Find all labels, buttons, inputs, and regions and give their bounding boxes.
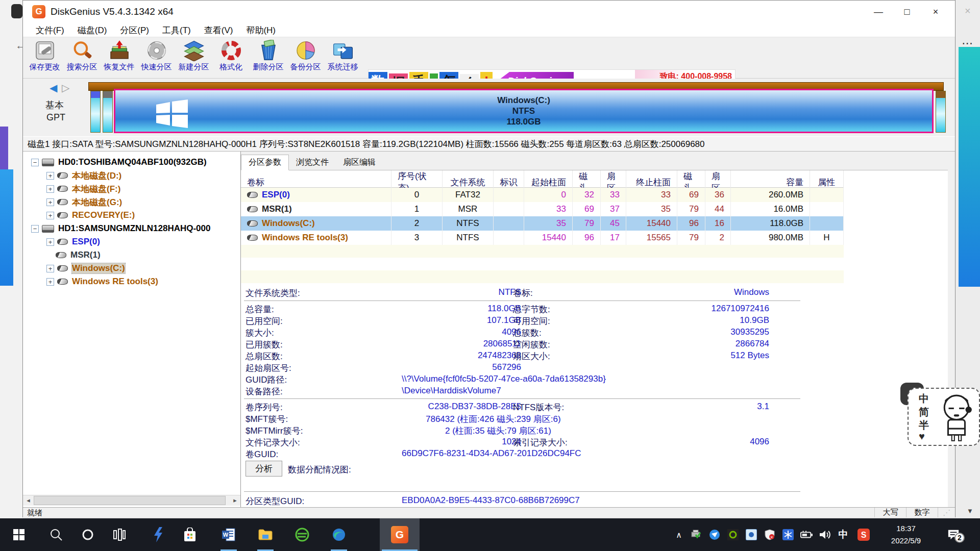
expand-icon[interactable]: + [46, 212, 54, 219]
tree-item-recovery-e[interactable]: + RECOVERY(E:) [46, 209, 135, 222]
taskbar-search-button[interactable] [46, 524, 66, 545]
start-button[interactable] [9, 524, 29, 545]
tree-item-local-f[interactable]: + 本地磁盘(F:) [46, 182, 120, 195]
expand-icon[interactable]: + [46, 172, 54, 180]
ime-mode-cn[interactable]: 中 [919, 392, 929, 406]
expand-icon[interactable]: + [46, 265, 54, 272]
menu-disk[interactable]: 磁盘(D) [71, 23, 114, 37]
delete-partition-button[interactable]: 删除分区 [250, 38, 287, 77]
tree-item-local-d[interactable]: + 本地磁盘(D:) [46, 169, 121, 182]
backup-partition-button[interactable]: 备份分区 [287, 38, 324, 77]
menu-partition[interactable]: 分区(P) [113, 23, 156, 37]
recover-files-icon [109, 40, 130, 61]
tree-item-local-g[interactable]: + 本地磁盘(G:) [46, 195, 122, 209]
tab-partition-params[interactable]: 分区参数 [241, 155, 289, 170]
maximize-button[interactable]: □ [893, 1, 921, 23]
collapse-icon[interactable]: − [31, 225, 39, 233]
search-icon [50, 528, 63, 541]
menu-file[interactable]: 文件(F) [29, 23, 71, 37]
word-button[interactable]: W [218, 524, 239, 545]
table-row-windows-c-selected[interactable]: Windows(C:) 2 NTFS 35 79 45 15440 96 16 … [241, 216, 844, 231]
expand-icon[interactable]: + [46, 185, 54, 193]
nav-right-icon[interactable]: ▷ [62, 82, 69, 94]
nav-left-icon[interactable]: ◀ [50, 82, 57, 94]
new-partition-button[interactable]: 新建分区 [175, 38, 212, 77]
menu-view[interactable]: 查看(V) [198, 23, 240, 37]
detail-row: 已用空间:107.1GB 可用空间:10.9GB [241, 315, 843, 327]
empty-row [241, 270, 844, 283]
recover-files-button[interactable]: 恢复文件 [101, 38, 138, 77]
save-changes-button[interactable]: 保存更改 [26, 38, 63, 77]
tray-volume-icon[interactable] [819, 529, 831, 541]
tab-sector-edit[interactable]: 扇区编辑 [336, 155, 383, 170]
close-button[interactable]: × [921, 1, 950, 23]
search-partition-button[interactable]: 搜索分区 [63, 38, 101, 77]
diskgenius-taskbar-button[interactable]: G [389, 524, 410, 545]
partition-icon [247, 220, 258, 227]
ms-store-button[interactable] [180, 524, 200, 545]
tree-item-windows-c[interactable]: + Windows(C:) [46, 262, 125, 275]
tray-feishu-icon[interactable] [708, 529, 721, 541]
tray-battery-icon[interactable] [800, 529, 813, 541]
menu-tools[interactable]: 工具(T) [156, 23, 198, 37]
allocation-caption: 数据分配情况图: [288, 464, 351, 475]
scrollbar-thumb[interactable] [34, 496, 226, 505]
ie-icon [295, 528, 309, 542]
quick-partition-icon [146, 40, 167, 61]
format-button[interactable]: 格式化 [212, 38, 250, 77]
flash-app-button[interactable] [148, 524, 168, 545]
scroll-left-icon[interactable]: ◂ [23, 495, 34, 506]
tab-browse-files[interactable]: 浏览文件 [289, 155, 336, 170]
resize-grip[interactable]: ⋰ [938, 508, 955, 517]
tray-chevron-icon[interactable]: ∧ [673, 529, 685, 541]
title-bar: G DiskGenius V5.4.3.1342 x64 — □ × [23, 1, 955, 23]
esp-partition-block[interactable] [90, 91, 101, 133]
disk-icon [42, 159, 54, 166]
tray-nvidia-icon[interactable] [727, 529, 739, 541]
windows-c-partition-block[interactable]: Windows(C:) NTFS 118.0GB [114, 89, 934, 133]
tray-printer-icon[interactable] [690, 529, 702, 541]
taskbar-clock[interactable]: 18:37 2022/5/9 [886, 522, 926, 547]
ime-mode-halfwidth[interactable]: 半 [919, 418, 929, 432]
scroll-right-icon[interactable]: ▸ [230, 495, 240, 506]
detail-row: 已用簇数:28068511 空闲簇数:2866784 [241, 339, 843, 350]
detail-row: $MFT簇号:786432 (柱面:426 磁头:239 扇区:6) [241, 413, 843, 425]
msr-partition-block[interactable] [103, 91, 113, 133]
ime-mode-simplified[interactable]: 简 [919, 405, 929, 419]
tree-item-winre[interactable]: + Windows RE tools(3) [46, 275, 158, 288]
detail-row: 总扇区数:247482368 扇区大小:512 Bytes [241, 350, 843, 362]
tree-item-msr[interactable]: MSR(1) [56, 248, 101, 262]
expand-icon[interactable]: + [46, 198, 54, 206]
tree-item-hd1[interactable]: − HD1:SAMSUNGMZNLN128HAHQ-000 [31, 222, 211, 235]
menu-help[interactable]: 帮助(H) [239, 23, 282, 37]
expand-icon[interactable]: + [46, 238, 54, 246]
winre-partition-block[interactable] [936, 91, 946, 133]
tray-snowflake-icon[interactable] [782, 529, 794, 541]
expand-icon[interactable]: + [46, 278, 54, 286]
ie-button[interactable] [292, 524, 312, 545]
file-explorer-button[interactable] [255, 524, 276, 545]
quick-partition-button[interactable]: 快速分区 [138, 38, 175, 77]
edge-button[interactable] [329, 524, 349, 545]
task-view-button[interactable] [109, 524, 130, 545]
system-migration-button[interactable]: 系统迁移 [324, 38, 361, 77]
collapse-icon[interactable]: − [31, 159, 39, 166]
diskgenius-logo-icon: G [391, 526, 408, 543]
tray-ime-indicator[interactable]: 中 [837, 529, 849, 541]
tray-sogou-icon[interactable]: S [857, 529, 870, 541]
tree-item-esp[interactable]: + ESP(0) [46, 235, 100, 248]
divider [244, 491, 800, 492]
analyze-button[interactable]: 分析 [246, 461, 282, 477]
table-row-esp[interactable]: ESP(0) 0 FAT32 0 32 33 33 69 36 260.0MB [241, 188, 844, 202]
table-row-msr[interactable]: MSR(1) 1 MSR 33 69 37 35 79 44 16.0MB [241, 202, 844, 216]
tray-security-icon[interactable]: × [764, 529, 776, 541]
horizontal-scrollbar[interactable]: ◂ ▸ [23, 495, 240, 506]
minimize-button[interactable]: — [864, 1, 893, 23]
cortana-button[interactable] [78, 524, 98, 545]
tree-item-hd0[interactable]: − HD0:TOSHIBAMQ04ABF100(932GB) [31, 156, 207, 169]
ime-status-widget[interactable]: 中 简 半 ♥ [908, 388, 980, 446]
table-row-winre[interactable]: Windows RE tools(3) 3 NTFS 15440 96 17 1… [241, 231, 844, 245]
disk-partition-style-label: GPT [46, 112, 65, 123]
tray-intel-graphics-icon[interactable] [745, 529, 757, 541]
notification-center-button[interactable]: 2 [947, 529, 960, 541]
